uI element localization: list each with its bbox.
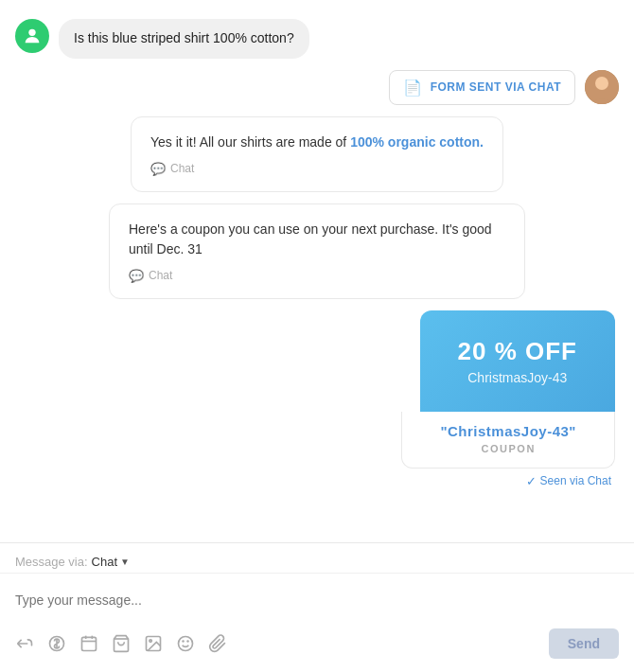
coupon-code-blue: ChristmasJoy-43 bbox=[458, 370, 577, 385]
coupon-wrapper: 20 % OFF ChristmasJoy-43 "ChristmasJoy-4… bbox=[15, 310, 619, 488]
agent-reply-2-bubble: Here's a coupon you can use on your next… bbox=[109, 203, 525, 299]
coupon-section: 20 % OFF ChristmasJoy-43 "ChristmasJoy-4… bbox=[401, 310, 615, 488]
agent-channel-1: 💬 Chat bbox=[150, 162, 484, 176]
coupon-discount: 20 % OFF bbox=[458, 337, 577, 366]
agent-reply-2-text: Here's a coupon you can use on your next… bbox=[129, 220, 505, 259]
svg-point-0 bbox=[28, 29, 35, 36]
agent-reply-1-before: Yes it it! All our shirts are made of bbox=[150, 134, 346, 150]
agent-reply-1-text: Yes it it! All our shirts are made of 10… bbox=[150, 133, 484, 152]
chat-area: Is this blue striped shirt 100% cotton? … bbox=[0, 0, 634, 542]
form-sent-badge: 📄 FORM SENT VIA CHAT bbox=[389, 70, 575, 105]
agent-channel-2: 💬 Chat bbox=[129, 269, 505, 283]
reply-icon[interactable] bbox=[15, 634, 34, 653]
seen-check-icon: ✓ bbox=[526, 474, 537, 488]
image-icon[interactable] bbox=[144, 634, 163, 653]
type-area bbox=[0, 574, 634, 623]
svg-point-10 bbox=[150, 640, 152, 643]
user-bubble: Is this blue striped shirt 100% cotton? bbox=[59, 19, 309, 59]
chevron-down-icon: ▼ bbox=[120, 557, 130, 567]
chat-icon-1: 💬 bbox=[150, 162, 166, 176]
seen-row: ✓ Seen via Chat bbox=[526, 474, 615, 488]
cart-icon[interactable] bbox=[112, 634, 131, 653]
seen-text: Seen via Chat bbox=[540, 474, 611, 487]
toolbar-row: Send bbox=[0, 623, 634, 672]
calendar-icon[interactable] bbox=[79, 634, 98, 653]
chat-icon-2: 💬 bbox=[129, 269, 144, 283]
toolbar-icons bbox=[15, 634, 227, 653]
form-icon: 📄 bbox=[403, 79, 423, 97]
coupon-card-blue: 20 % OFF ChristmasJoy-43 bbox=[420, 310, 615, 412]
agent-reply-2-content: Here's a coupon you can use on your next… bbox=[129, 221, 492, 256]
dollar-icon[interactable] bbox=[47, 634, 66, 653]
send-button[interactable]: Send bbox=[549, 628, 619, 659]
coupon-label: COUPON bbox=[440, 443, 576, 454]
agent-channel-2-label: Chat bbox=[149, 269, 172, 282]
message-input[interactable] bbox=[15, 583, 619, 617]
message-via-label: Message via: bbox=[15, 555, 88, 569]
coupon-code-white: "ChristmasJoy-43" bbox=[440, 423, 576, 439]
user-message-text: Is this blue striped shirt 100% cotton? bbox=[74, 30, 294, 45]
svg-point-2 bbox=[595, 77, 608, 90]
form-sent-row: 📄 FORM SENT VIA CHAT bbox=[15, 70, 619, 105]
coupon-card-white: "ChristmasJoy-43" COUPON bbox=[401, 412, 615, 469]
user-avatar bbox=[15, 19, 49, 53]
agent-reply-1-highlight: 100% organic cotton. bbox=[350, 134, 484, 150]
svg-rect-4 bbox=[82, 637, 97, 650]
attachment-icon[interactable] bbox=[208, 634, 227, 653]
form-sent-label: FORM SENT VIA CHAT bbox=[431, 80, 561, 94]
user-message-row: Is this blue striped shirt 100% cotton? bbox=[15, 19, 619, 59]
message-via-row: Message via: Chat ▼ bbox=[0, 543, 634, 574]
channel-name: Chat bbox=[92, 555, 117, 569]
channel-selector[interactable]: Chat ▼ bbox=[92, 555, 130, 569]
agent-channel-1-label: Chat bbox=[170, 162, 194, 175]
bottom-bar: Message via: Chat ▼ bbox=[0, 542, 634, 672]
svg-point-11 bbox=[179, 637, 193, 651]
agent-reply-1-bubble: Yes it it! All our shirts are made of 10… bbox=[131, 116, 503, 192]
agent-avatar bbox=[585, 70, 619, 104]
emoji-icon[interactable] bbox=[176, 634, 195, 653]
